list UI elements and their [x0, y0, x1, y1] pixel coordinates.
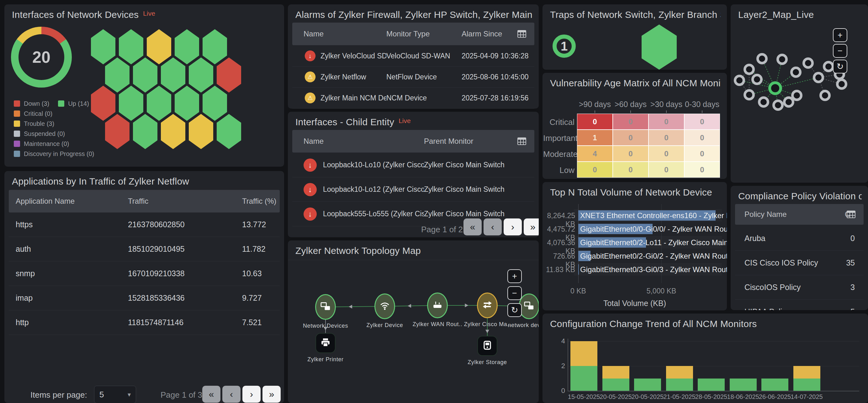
trend-bar[interactable] [570, 341, 597, 391]
table-row[interactable]: auth185102901049511.782 [9, 237, 280, 261]
interface-hexagon-down[interactable] [105, 114, 129, 149]
layer2-node[interactable] [819, 90, 831, 101]
trend-bar[interactable] [762, 378, 788, 391]
matrix-cell[interactable]: 0 [684, 114, 720, 129]
matrix-cell[interactable]: 0 [684, 146, 720, 162]
interface-hexagon-down[interactable] [91, 86, 115, 121]
table-row[interactable]: https216378060285013.772 [9, 212, 280, 237]
zoom-out-button[interactable]: − [507, 286, 522, 300]
matrix-cell[interactable]: 0 [613, 129, 649, 146]
topology-node-printer[interactable] [315, 333, 336, 353]
matrix-cell[interactable]: 0 [649, 162, 684, 178]
interface-hexagon-up[interactable] [133, 57, 157, 93]
layer2-node[interactable] [744, 89, 755, 100]
table-icon[interactable] [518, 30, 526, 38]
interface-hexagon-up[interactable] [175, 86, 199, 121]
matrix-cell[interactable]: 0 [684, 129, 720, 146]
prev-page-button[interactable]: ‹ [484, 219, 502, 235]
layer2-hub-node[interactable] [768, 81, 782, 95]
table-row[interactable]: CiscoIOS Policy3 [735, 275, 864, 300]
interface-hexagon-down[interactable] [217, 57, 241, 93]
interface-hexagon-up[interactable] [203, 29, 227, 64]
table-row[interactable]: ↓Loopback10-Lo10 (Zylker Cisco Main ...Z… [292, 153, 534, 177]
trend-bar[interactable] [730, 378, 757, 391]
matrix-cell[interactable]: 0 [649, 129, 684, 146]
matrix-cell[interactable]: 0 [613, 146, 649, 162]
table-icon[interactable] [518, 138, 526, 145]
table-row[interactable]: http11815748711467.521 [9, 310, 280, 335]
zoom-in-button[interactable]: + [507, 269, 522, 283]
first-page-button[interactable]: « [202, 386, 220, 403]
first-page-button[interactable]: « [463, 219, 482, 235]
layer2-node[interactable] [758, 96, 769, 108]
last-page-button[interactable]: » [524, 219, 539, 235]
zoom-out-button[interactable]: − [833, 44, 847, 58]
matrix-cell[interactable]: 0 [684, 162, 720, 178]
interface-hexagon-up[interactable] [105, 57, 129, 93]
next-page-button[interactable]: › [504, 219, 522, 235]
prev-page-button[interactable]: ‹ [222, 386, 241, 403]
layer2-node[interactable] [734, 75, 745, 86]
table-row[interactable]: CIS Cisco IOS Policy35 [735, 251, 864, 275]
next-page-button[interactable]: › [242, 386, 260, 403]
topology-node-wifi[interactable] [374, 293, 395, 319]
interface-hexagon-trouble[interactable] [161, 114, 185, 149]
interface-hexagon-up[interactable] [91, 29, 115, 64]
interface-hexagon-up[interactable] [119, 86, 143, 121]
trend-bar[interactable] [602, 366, 629, 391]
interface-hexagon-up[interactable] [203, 86, 227, 121]
matrix-cell[interactable]: 4 [577, 146, 613, 162]
interface-hexagon-trouble[interactable] [189, 114, 213, 149]
matrix-cell[interactable]: 0 [649, 146, 684, 162]
last-page-button[interactable]: » [262, 386, 281, 403]
trend-bar[interactable] [634, 378, 661, 391]
layer2-node[interactable] [776, 54, 788, 65]
refresh-button[interactable]: ↻ [833, 60, 847, 74]
traps-count-ring[interactable]: 1 [553, 34, 576, 58]
layer2-node[interactable] [813, 72, 824, 83]
topology-node-router[interactable] [427, 292, 448, 318]
interface-hexagon-up[interactable] [161, 57, 185, 93]
topology-node-storage[interactable] [477, 336, 497, 356]
matrix-cell[interactable]: 1 [577, 129, 613, 146]
table-row[interactable]: Aruba0 [735, 226, 864, 251]
trend-bar[interactable] [794, 366, 820, 391]
matrix-cell[interactable]: 0 [649, 114, 684, 129]
matrix-cell[interactable]: 0 [613, 114, 649, 129]
traps-status-hexagon[interactable] [642, 25, 677, 70]
topology-node-switch[interactable] [477, 292, 498, 318]
layer2-node[interactable] [802, 57, 814, 69]
layer2-node[interactable] [756, 53, 768, 64]
layer2-node[interactable] [790, 66, 802, 78]
table-row[interactable]: ↓Zylker VeloCloud SD-W...VeloCloud SD-WA… [292, 46, 534, 66]
layer2-node[interactable] [836, 79, 847, 90]
interface-hexagon-up[interactable] [133, 114, 157, 149]
layer2-node[interactable] [744, 64, 755, 75]
interface-hexagon-up[interactable] [119, 29, 143, 64]
interface-hexagon-up[interactable] [189, 57, 213, 93]
interface-hexagon-up[interactable] [217, 114, 241, 149]
layer2-node[interactable] [772, 99, 784, 111]
items-per-page-select[interactable]: 5 ▾ [94, 386, 136, 403]
table-row[interactable]: HIPAA Policy5 [735, 300, 864, 310]
table-row[interactable]: imap15281853364369.727 [9, 286, 280, 310]
layer2-node[interactable] [751, 74, 763, 85]
matrix-cell[interactable]: 0 [577, 162, 613, 178]
table-row[interactable]: ⚠Zylker NetflowNetFlow Device2025-08-06 … [292, 66, 534, 88]
layer2-node[interactable] [823, 61, 834, 72]
interface-hexagon-up[interactable] [175, 29, 199, 64]
topology-node-group[interactable] [315, 294, 336, 320]
matrix-cell[interactable]: 0 [577, 114, 613, 129]
layer2-node[interactable] [791, 90, 802, 101]
trend-bar[interactable] [666, 366, 693, 391]
refresh-button[interactable]: ↻ [507, 303, 522, 317]
table-row[interactable]: snmp167010921033810.63 [9, 261, 280, 286]
trend-bar[interactable] [698, 378, 725, 391]
table-row[interactable]: ⚠Zylker Main NCM DeviceNCM Device2025-07… [292, 88, 534, 109]
matrix-cell[interactable]: 0 [613, 162, 649, 178]
volume-bar[interactable] [578, 264, 579, 275]
table-icon[interactable] [847, 210, 856, 218]
interface-hexagon-trouble[interactable] [147, 29, 171, 64]
zoom-in-button[interactable]: + [833, 28, 847, 42]
interface-hexagon-up[interactable] [147, 86, 171, 121]
